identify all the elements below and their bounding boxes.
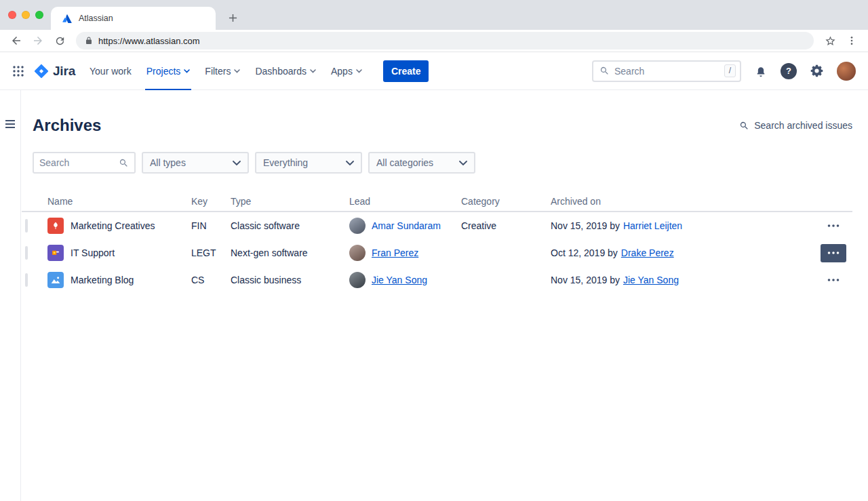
lead-avatar: [349, 245, 366, 261]
project-name: Marketing Blog: [71, 275, 134, 285]
search-icon: [739, 121, 749, 131]
select-row-checkbox[interactable]: [25, 273, 28, 287]
atlassian-favicon: [62, 13, 73, 24]
more-horizontal-icon: [827, 279, 840, 281]
project-type: Classic business: [231, 275, 349, 285]
archives-page: Archives Search archived issues All type…: [0, 90, 868, 501]
project-avatar-it-support: [47, 245, 64, 261]
chevron-down-icon: [346, 161, 354, 165]
jira-logo-icon: [34, 64, 49, 79]
project-avatar-marketing-creatives: [47, 218, 64, 234]
minimize-window-button[interactable]: [22, 11, 30, 19]
row-actions-button[interactable]: [821, 217, 846, 235]
search-icon: [599, 66, 610, 76]
chevron-down-icon: [184, 69, 190, 73]
lock-icon: [85, 37, 93, 45]
reload-button[interactable]: [50, 31, 69, 50]
select-row-checkbox[interactable]: [25, 246, 28, 260]
nav-your-work[interactable]: Your work: [88, 52, 133, 90]
chevron-down-icon: [234, 69, 240, 73]
chevron-down-icon: [356, 69, 362, 73]
slash-shortcut-badge: /: [724, 64, 736, 77]
user-avatar[interactable]: [837, 62, 856, 81]
lead-link[interactable]: Amar Sundaram: [372, 220, 441, 231]
browser-tab-atlassian[interactable]: Atlassian: [51, 7, 216, 30]
browser-menu-icon[interactable]: [842, 31, 861, 50]
chevron-down-icon: [310, 69, 316, 73]
project-type: Next-gen software: [231, 247, 349, 258]
notifications-bell-icon[interactable]: [750, 60, 772, 82]
collapsed-sidebar: [0, 90, 21, 501]
categories-filter-dropdown[interactable]: All categories: [368, 152, 475, 174]
column-header-key: Key: [191, 196, 231, 207]
table-header-row: Name Key Type Lead Category Archived on: [22, 192, 852, 212]
nav-apps[interactable]: Apps: [330, 52, 363, 90]
zoom-window-button[interactable]: [35, 11, 43, 19]
table-row: Marketing Creatives FIN Classic software…: [22, 212, 852, 239]
lead-avatar: [349, 272, 366, 288]
filter-search-input[interactable]: [39, 157, 119, 168]
jira-logo-text: Jira: [53, 64, 75, 79]
create-button[interactable]: Create: [383, 60, 429, 82]
row-actions-button[interactable]: [821, 244, 846, 262]
tab-title: Atlassian: [79, 14, 113, 23]
sidebar-toggle-icon[interactable]: [5, 120, 15, 130]
window-controls: [8, 11, 43, 19]
row-actions-button[interactable]: [821, 271, 846, 289]
archived-by-link[interactable]: Jie Yan Song: [623, 275, 679, 285]
archives-table: Name Key Type Lead Category Archived on …: [22, 192, 852, 294]
global-search[interactable]: /: [592, 60, 741, 82]
global-search-input[interactable]: [614, 66, 719, 77]
chevron-down-icon: [233, 161, 241, 165]
project-avatar-marketing-blog: [47, 272, 64, 288]
archived-date: Nov 15, 2019 by: [551, 220, 620, 231]
filter-bar: All types Everything All categories: [21, 135, 868, 174]
primary-nav: Your work Projects Filters Dashboards Ap…: [82, 52, 370, 90]
project-type: Classic software: [231, 220, 349, 231]
address-bar[interactable]: https://www.atlassian.com: [76, 32, 814, 49]
lead-link[interactable]: Jie Yan Song: [372, 275, 427, 285]
page-title: Archives: [33, 116, 101, 135]
url-text: https://www.atlassian.com: [98, 36, 200, 46]
more-horizontal-icon: [827, 224, 840, 227]
bookmark-star-icon[interactable]: [821, 31, 840, 50]
nav-projects[interactable]: Projects: [145, 52, 192, 90]
project-name: IT Support: [71, 247, 115, 258]
project-key: FIN: [191, 220, 231, 231]
column-header-name: Name: [47, 196, 191, 207]
filter-search[interactable]: [33, 152, 136, 174]
table-row: IT Support LEGT Next-gen software Fran P…: [22, 239, 852, 266]
project-name: Marketing Creatives: [71, 220, 155, 231]
archived-by-link[interactable]: Drake Perez: [621, 247, 674, 258]
search-icon: [119, 158, 129, 168]
app-switcher-icon[interactable]: [8, 61, 28, 81]
nav-filters[interactable]: Filters: [203, 52, 241, 90]
everything-filter-dropdown[interactable]: Everything: [255, 152, 362, 174]
more-horizontal-icon: [827, 252, 840, 254]
browser-tab-strip: Atlassian: [0, 0, 868, 30]
new-tab-button[interactable]: [224, 9, 241, 26]
project-key: LEGT: [191, 247, 231, 258]
column-header-lead: Lead: [349, 196, 461, 207]
jira-app-header: Jira Your work Projects Filters Dashboar…: [0, 52, 868, 90]
browser-toolbar: https://www.atlassian.com: [0, 30, 868, 52]
types-filter-dropdown[interactable]: All types: [142, 152, 249, 174]
forward-button[interactable]: [28, 31, 47, 50]
help-icon[interactable]: ?: [781, 63, 797, 79]
column-header-type: Type: [231, 196, 349, 207]
close-window-button[interactable]: [8, 11, 16, 19]
nav-dashboards[interactable]: Dashboards: [254, 52, 317, 90]
archived-by-link[interactable]: Harriet Leijten: [623, 220, 682, 231]
project-key: CS: [191, 275, 231, 285]
table-row: Marketing Blog CS Classic business Jie Y…: [22, 266, 852, 294]
archived-date: Oct 12, 2019 by: [551, 247, 618, 258]
select-row-checkbox[interactable]: [25, 219, 28, 233]
search-archived-issues-link[interactable]: Search archived issues: [739, 120, 852, 131]
chevron-down-icon: [459, 161, 467, 165]
lead-avatar: [349, 218, 366, 234]
lead-link[interactable]: Fran Perez: [372, 247, 418, 258]
project-category: Creative: [461, 220, 551, 231]
back-button[interactable]: [7, 31, 26, 50]
jira-logo[interactable]: Jira: [34, 64, 75, 79]
settings-gear-icon[interactable]: [806, 60, 828, 82]
